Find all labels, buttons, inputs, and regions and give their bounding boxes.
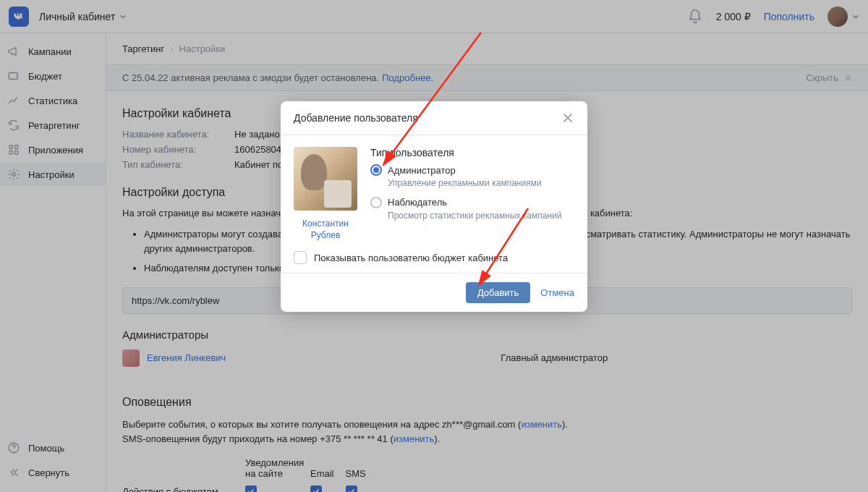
radio-label: Администратор [388, 165, 456, 176]
add-button[interactable]: Добавить [466, 282, 530, 303]
modal-title: Добавление пользователя [294, 112, 418, 124]
radio-icon [370, 164, 382, 176]
radio-sub: Просмотр статистики рекламных кампаний [388, 210, 574, 222]
cancel-button[interactable]: Отмена [540, 287, 574, 298]
checkbox-label: Показывать пользователю бюджет кабинета [314, 253, 508, 263]
modal-user-name[interactable]: Константин Рублев [294, 218, 357, 241]
radio-observer[interactable]: Наблюдатель [370, 197, 574, 208]
show-budget-checkbox[interactable]: Показывать пользователю бюджет кабинета [294, 250, 574, 264]
checkbox-icon [294, 251, 307, 264]
radio-label: Наблюдатель [388, 197, 447, 208]
radio-sub: Управление рекламными кампаниями [388, 177, 574, 190]
radio-icon [370, 197, 382, 208]
close-icon[interactable] [561, 111, 574, 124]
modal-footer: Добавить Отмена [281, 273, 587, 312]
modal-header: Добавление пользователя [281, 101, 587, 135]
user-photo [294, 147, 357, 211]
radio-admin[interactable]: Администратор [370, 164, 574, 176]
user-type-title: Тип пользователя [370, 147, 574, 158]
modal-user-card: Константин Рублев [294, 147, 357, 241]
add-user-modal: Добавление пользователя Константин Рубле… [281, 101, 587, 312]
